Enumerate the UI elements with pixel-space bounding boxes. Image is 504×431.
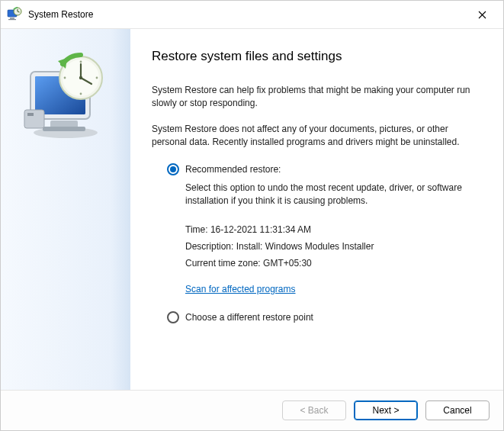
svg-rect-1	[10, 18, 14, 19]
scan-affected-programs-link[interactable]: Scan for affected programs	[185, 284, 296, 294]
next-button[interactable]: Next >	[354, 400, 418, 420]
recommended-restore-label: Recommended restore:	[185, 164, 281, 175]
svg-point-22	[80, 61, 82, 63]
cancel-button[interactable]: Cancel	[425, 400, 490, 420]
restore-description-value: Install: Windows Modules Installer	[236, 241, 374, 252]
close-button[interactable]	[467, 4, 497, 25]
restore-time-label: Time:	[185, 224, 210, 235]
radio-recommended[interactable]	[167, 163, 179, 175]
wizard-footer: < Back Next > Cancel	[1, 391, 503, 430]
svg-point-24	[64, 77, 66, 79]
main-panel: Restore system files and settings System…	[130, 29, 503, 390]
wizard-sidebar	[1, 29, 130, 390]
restore-time: Time: 16-12-2021 11:31:34 AM	[185, 224, 476, 235]
svg-rect-11	[43, 127, 85, 131]
different-restore-point-label: Choose a different restore point	[185, 312, 313, 323]
restore-illustration-icon	[20, 50, 111, 142]
svg-rect-2	[8, 19, 16, 20]
page-heading: Restore system files and settings	[152, 49, 476, 64]
restore-timezone-value: GMT+05:30	[263, 258, 312, 269]
back-button: < Back	[282, 400, 346, 420]
restore-timezone: Current time zone: GMT+05:30	[185, 258, 476, 269]
recommended-restore-description: Select this option to undo the most rece…	[185, 182, 476, 208]
svg-rect-15	[24, 110, 44, 128]
content-area: Restore system files and settings System…	[1, 28, 503, 391]
restore-options: Recommended restore: Select this option …	[167, 163, 476, 324]
different-restore-point-option[interactable]: Choose a different restore point	[167, 311, 476, 323]
titlebar: System Restore	[1, 1, 503, 28]
intro-paragraph-1: System Restore can help fix problems tha…	[152, 84, 476, 111]
svg-rect-16	[27, 113, 34, 116]
restore-description-label: Description:	[185, 241, 236, 252]
svg-point-25	[96, 77, 98, 79]
restore-description: Description: Install: Windows Modules In…	[185, 241, 476, 252]
svg-point-23	[80, 93, 82, 95]
radio-different[interactable]	[167, 311, 179, 323]
restore-time-value: 16-12-2021 11:31:34 AM	[210, 224, 311, 235]
system-restore-icon	[7, 7, 22, 22]
svg-point-21	[79, 76, 82, 79]
recommended-restore-option[interactable]: Recommended restore:	[167, 163, 476, 175]
restore-timezone-label: Current time zone:	[185, 258, 263, 269]
window-title: System Restore	[28, 9, 467, 20]
system-restore-wizard: System Restore	[0, 0, 504, 431]
intro-paragraph-2: System Restore does not affect any of yo…	[152, 123, 476, 150]
